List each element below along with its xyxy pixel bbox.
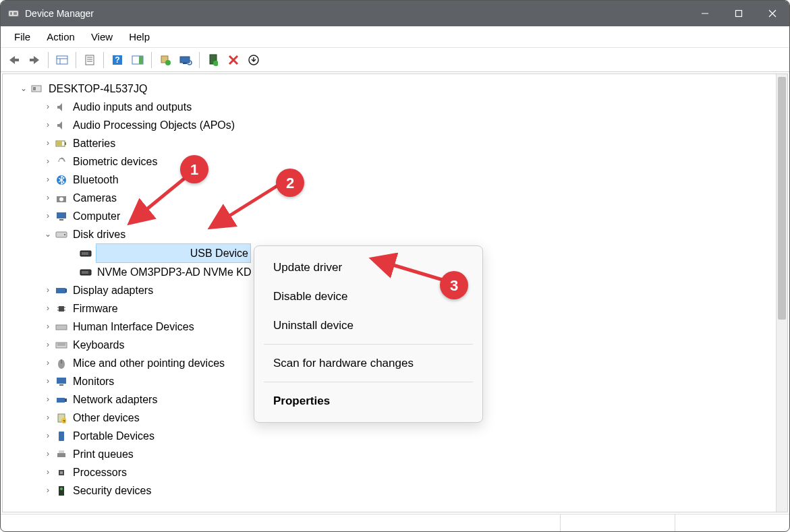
expand-icon[interactable]: › xyxy=(42,445,54,463)
enable-device-button[interactable] xyxy=(204,51,223,69)
expand-icon[interactable]: › xyxy=(42,409,54,427)
svg-point-37 xyxy=(59,197,63,201)
expand-icon[interactable]: › xyxy=(42,336,54,354)
help-button[interactable]: ? xyxy=(108,51,127,69)
tree-root-label: DESKTOP-4L537JQ xyxy=(47,80,148,98)
forward-button[interactable] xyxy=(25,51,44,69)
context-separator xyxy=(264,344,473,345)
computer-icon xyxy=(30,82,45,96)
printer-icon xyxy=(54,448,69,461)
statusbar xyxy=(1,514,789,531)
svg-rect-70 xyxy=(60,471,63,474)
expand-icon[interactable]: › xyxy=(42,427,54,445)
svg-point-72 xyxy=(60,487,63,490)
svg-rect-4 xyxy=(736,11,742,17)
category-apo[interactable]: ›Audio Processing Objects (APOs) xyxy=(5,116,773,134)
window-title: Device Manager xyxy=(25,8,688,19)
category-disk-drives[interactable]: ⌄Disk drives xyxy=(5,225,773,243)
expand-icon[interactable]: › xyxy=(42,207,54,225)
action-pane-button[interactable] xyxy=(128,51,147,69)
scan-hardware-button[interactable] xyxy=(176,51,195,69)
category-audio-io[interactable]: ›Audio inputs and outputs xyxy=(5,98,773,116)
svg-rect-1 xyxy=(10,12,12,15)
menu-action[interactable]: Action xyxy=(38,28,83,45)
category-biometric[interactable]: ›Biometric devices xyxy=(5,152,773,171)
svg-rect-8 xyxy=(30,59,35,61)
category-security[interactable]: ›Security devices xyxy=(5,481,773,500)
annotation-badge-1: 1 xyxy=(180,155,208,183)
svg-rect-33 xyxy=(65,142,66,145)
svg-text:?: ? xyxy=(115,55,119,65)
disk-drive-icon xyxy=(78,266,93,279)
category-print-queues[interactable]: ›Print queues xyxy=(5,445,773,463)
svg-rect-46 xyxy=(56,288,65,293)
svg-rect-19 xyxy=(139,56,143,64)
window-controls xyxy=(688,1,789,26)
menu-file[interactable]: File xyxy=(6,28,38,45)
gpu-icon xyxy=(54,284,69,297)
back-button[interactable] xyxy=(5,51,24,69)
bluetooth-icon xyxy=(54,173,69,187)
expand-icon[interactable]: › xyxy=(42,372,54,390)
monitor-icon xyxy=(54,210,69,223)
fingerprint-icon xyxy=(54,155,69,169)
svg-rect-66 xyxy=(59,432,64,441)
update-driver-button[interactable] xyxy=(156,51,175,69)
category-portable[interactable]: ›Portable Devices xyxy=(5,427,773,445)
expand-icon[interactable]: › xyxy=(42,171,54,189)
svg-rect-12 xyxy=(86,55,94,65)
category-processors[interactable]: ›Processors xyxy=(5,463,773,481)
maximize-button[interactable] xyxy=(722,1,756,26)
svg-rect-45 xyxy=(82,271,88,274)
scrollbar-thumb[interactable] xyxy=(778,77,786,320)
collapse-icon[interactable]: ⌄ xyxy=(42,225,54,243)
show-hide-console-tree-button[interactable] xyxy=(53,51,72,69)
disable-device-button[interactable] xyxy=(224,51,243,69)
expand-icon[interactable]: › xyxy=(42,390,54,409)
svg-rect-39 xyxy=(59,219,63,220)
menu-help[interactable]: Help xyxy=(121,28,158,45)
expand-icon[interactable]: › xyxy=(42,189,54,207)
disk-drive-icon xyxy=(78,247,93,260)
expand-icon[interactable]: › xyxy=(42,463,54,481)
expand-icon[interactable]: › xyxy=(42,98,54,116)
monitor-icon xyxy=(54,375,69,388)
context-properties[interactable]: Properties xyxy=(254,386,482,415)
keyboard-icon xyxy=(54,338,69,352)
expand-icon[interactable]: › xyxy=(42,116,54,134)
category-bluetooth[interactable]: ›Bluetooth xyxy=(5,171,773,189)
collapse-icon[interactable]: ⌄ xyxy=(18,80,30,98)
svg-point-21 xyxy=(165,60,171,65)
category-computer[interactable]: ›Computer xyxy=(5,207,773,225)
vertical-scrollbar[interactable] xyxy=(776,74,787,512)
expand-icon[interactable]: › xyxy=(42,134,54,152)
context-uninstall-device[interactable]: Uninstall device xyxy=(254,311,482,340)
content-area: ⌄ DESKTOP-4L537JQ ›Audio inputs and outp… xyxy=(2,73,788,512)
hid-icon xyxy=(54,320,69,334)
expand-icon[interactable]: › xyxy=(42,318,54,336)
properties-button[interactable] xyxy=(80,51,99,69)
context-scan-hardware[interactable]: Scan for hardware changes xyxy=(254,349,482,378)
expand-icon[interactable]: › xyxy=(42,152,54,171)
tree-root[interactable]: ⌄ DESKTOP-4L537JQ xyxy=(5,80,773,98)
device-tree[interactable]: ⌄ DESKTOP-4L537JQ ›Audio inputs and outp… xyxy=(3,74,776,512)
category-cameras[interactable]: ›Cameras xyxy=(5,189,773,207)
speaker-icon xyxy=(54,119,69,132)
close-button[interactable] xyxy=(756,1,789,26)
category-batteries[interactable]: ›Batteries xyxy=(5,134,773,152)
disk-drive-icon xyxy=(54,228,69,241)
expand-icon[interactable]: › xyxy=(42,481,54,500)
expand-icon[interactable]: › xyxy=(42,299,54,318)
titlebar: Device Manager xyxy=(1,1,789,26)
svg-rect-68 xyxy=(59,450,64,453)
minimize-button[interactable] xyxy=(688,1,722,26)
context-separator xyxy=(264,382,473,382)
toolbar: ? xyxy=(1,48,789,72)
svg-rect-59 xyxy=(57,378,66,384)
annotation-badge-3: 3 xyxy=(440,271,468,299)
camera-icon xyxy=(54,191,69,205)
menu-view[interactable]: View xyxy=(83,28,121,45)
expand-icon[interactable]: › xyxy=(42,354,54,372)
expand-icon[interactable]: › xyxy=(42,281,54,299)
uninstall-device-button[interactable] xyxy=(244,51,263,69)
